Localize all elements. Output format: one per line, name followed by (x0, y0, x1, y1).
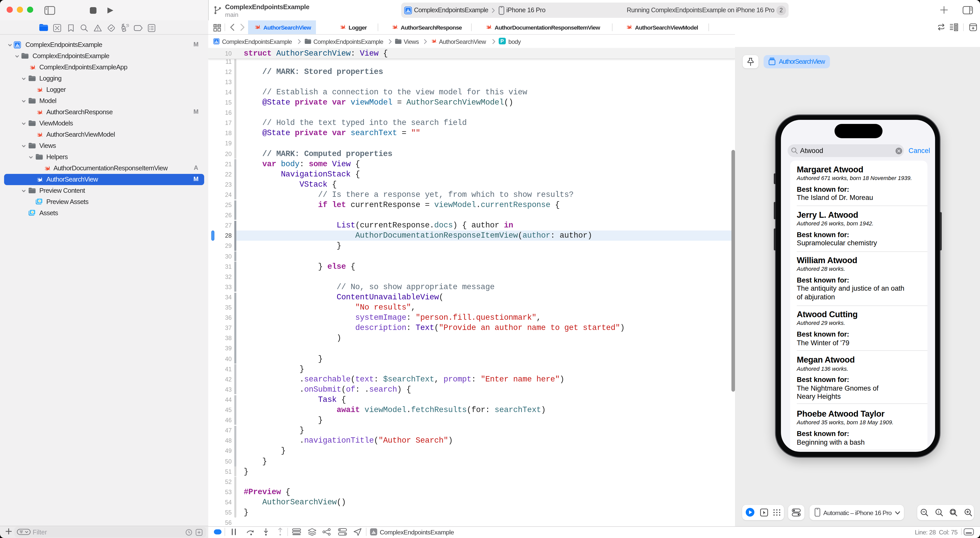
svg-text:1: 1 (937, 509, 939, 514)
